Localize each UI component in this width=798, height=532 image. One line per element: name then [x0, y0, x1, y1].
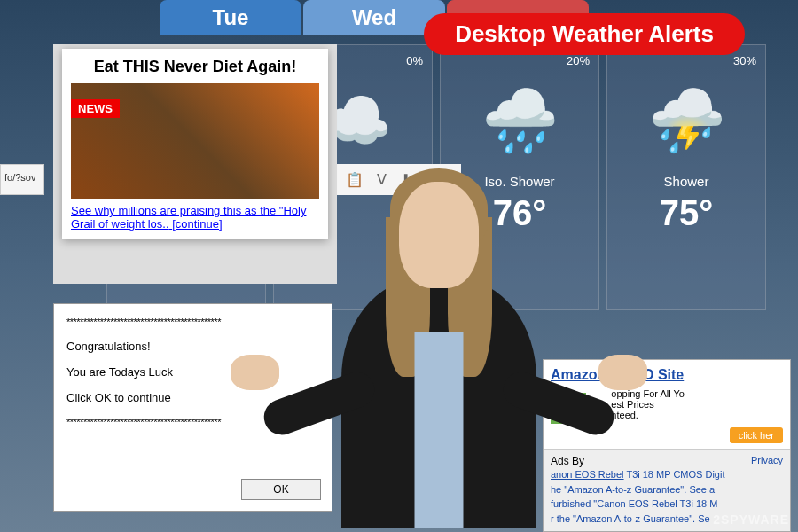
person-illustration [301, 146, 576, 528]
condition-text: Shower [616, 174, 756, 189]
weather-card: 30% ⛈️ Shower 75° [606, 44, 766, 310]
temperature: 75° [616, 193, 756, 233]
day-tab-tue[interactable]: Tue [160, 0, 301, 35]
watermark-text: 2SPYWARE [713, 512, 789, 527]
diet-ad-popup[interactable]: Eat THIS Never Diet Again! NEWS See why … [62, 49, 328, 239]
news-badge: NEWS [71, 99, 120, 118]
diet-ad-link[interactable]: See why millions are praising this as th… [71, 204, 319, 231]
diet-ad-headline: Eat THIS Never Diet Again! [71, 58, 319, 76]
precip-percent: 30% [616, 54, 756, 67]
title-banner: Desktop Weather Alerts [424, 13, 745, 55]
congrats-line: You are Todays Luck [66, 365, 319, 379]
amazon-ad-desc: opping For All Yo est Prices nteed. [611, 388, 762, 420]
amazon-ad-box[interactable]: Amazon.com O Site opping For All Yo est … [543, 359, 791, 532]
click-here-button[interactable]: click her [730, 427, 783, 443]
privacy-link[interactable]: Privacy [751, 455, 783, 466]
asterisk-divider: ****************************************… [66, 317, 319, 327]
congrats-line: Congratulations! [66, 340, 319, 353]
diet-ad-image: NEWS [71, 83, 319, 199]
storm-icon: ⛈️ [616, 67, 756, 174]
precip-percent: 20% [450, 54, 590, 67]
amazon-ad-title[interactable]: Amazon.com O Site [551, 367, 783, 383]
address-bar-fragment[interactable]: fo/?sov [0, 164, 44, 195]
